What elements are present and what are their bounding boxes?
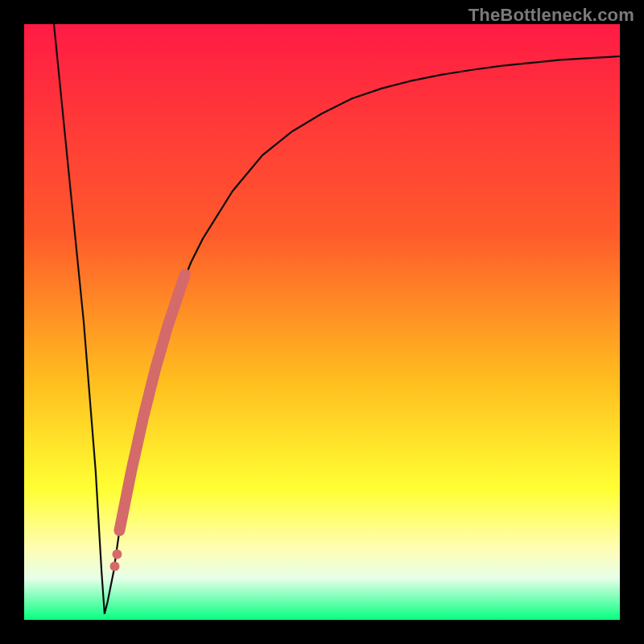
frame-right: [620, 0, 644, 644]
frame-left: [0, 0, 24, 644]
chart-container: TheBottleneck.com: [0, 0, 644, 644]
bottleneck-chart: [0, 0, 644, 644]
marker-dot: [112, 550, 122, 559]
attribution-label: TheBottleneck.com: [469, 5, 634, 26]
frame-bottom: [0, 620, 644, 644]
marker-dot: [110, 561, 120, 571]
